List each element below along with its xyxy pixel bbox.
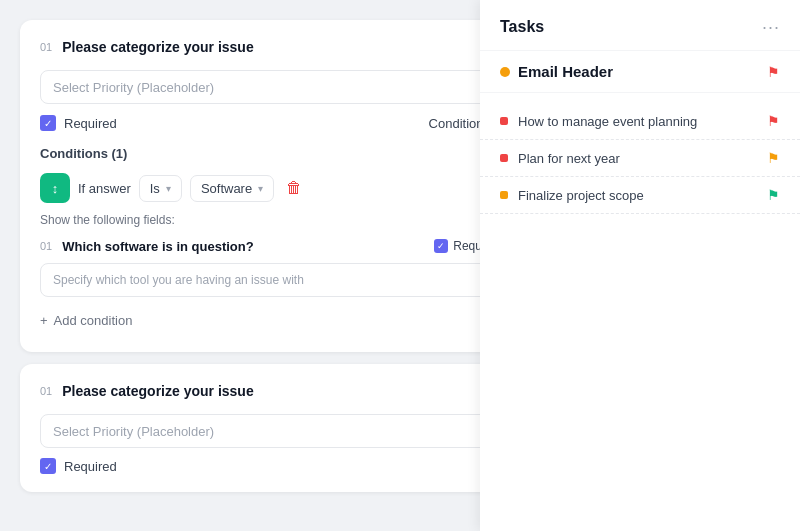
sub-step-badge: 01 bbox=[40, 240, 52, 252]
task-1-flag[interactable]: ⚑ bbox=[767, 113, 780, 129]
card-1-header-left: 01 Please categorize your issue bbox=[40, 39, 254, 55]
add-condition-label: Add condition bbox=[54, 313, 133, 328]
step-badge-2: 01 bbox=[40, 385, 52, 397]
priority-placeholder-2: Select Priority (Placeholder) bbox=[53, 424, 214, 439]
card-1: 01 Please categorize your issue ··· Sele… bbox=[20, 20, 550, 352]
task-list: How to manage event planning ⚑ Plan for … bbox=[480, 93, 800, 224]
task-3-text: Finalize project scope bbox=[518, 188, 644, 203]
email-header-row: Email Header ⚑ bbox=[500, 63, 780, 80]
task-3-dot bbox=[500, 191, 508, 199]
card-2-header-left: 01 Please categorize your issue bbox=[40, 383, 254, 399]
plus-icon: + bbox=[40, 313, 48, 328]
software-dropdown[interactable]: Software ▾ bbox=[190, 175, 274, 202]
required-checkbox-2[interactable]: ✓ bbox=[40, 458, 56, 474]
task-3-flag[interactable]: ⚑ bbox=[767, 187, 780, 203]
sub-field-title: Which software is in question? bbox=[62, 239, 424, 254]
task-2-dot bbox=[500, 154, 508, 162]
required-label-2: Required bbox=[64, 459, 117, 474]
required-checkbox[interactable]: ✓ bbox=[40, 115, 56, 131]
show-fields-label: Show the following fields: bbox=[40, 213, 530, 227]
priority-placeholder: Select Priority (Placeholder) bbox=[53, 80, 214, 95]
tasks-panel: Tasks ··· Email Header ⚑ How to manage e… bbox=[480, 0, 800, 531]
task-1-dot bbox=[500, 117, 508, 125]
email-flag-icon[interactable]: ⚑ bbox=[767, 64, 780, 80]
email-header-section: Email Header ⚑ bbox=[480, 51, 800, 93]
card-2-title: Please categorize your issue bbox=[62, 383, 253, 399]
condition-row: ↕ If answer Is ▾ Software ▾ 🗑 bbox=[40, 173, 530, 203]
condition-sort-icon: ↕ bbox=[40, 173, 70, 203]
sub-field-input[interactable]: Specify which tool you are having an iss… bbox=[40, 263, 530, 297]
card-2-header: 01 Please categorize your issue ··· bbox=[40, 382, 530, 400]
card-2: 01 Please categorize your issue ··· Sele… bbox=[20, 364, 550, 492]
task-1-text: How to manage event planning bbox=[518, 114, 697, 129]
checkmark-icon-2: ✓ bbox=[44, 461, 52, 472]
sub-placeholder: Specify which tool you are having an iss… bbox=[53, 273, 304, 287]
tasks-header: Tasks ··· bbox=[480, 0, 800, 51]
task-item-3[interactable]: Finalize project scope ⚑ bbox=[480, 177, 800, 214]
email-dot-icon bbox=[500, 67, 510, 77]
chevron-icon: ▾ bbox=[166, 183, 171, 194]
required-left: ✓ Required bbox=[40, 115, 117, 131]
conditions-section: Conditions (1) ↕ If answer Is ▾ Software… bbox=[40, 146, 530, 334]
tasks-dots[interactable]: ··· bbox=[762, 18, 780, 36]
task-item-1[interactable]: How to manage event planning ⚑ bbox=[480, 103, 800, 140]
task-item-3-left: Finalize project scope bbox=[500, 188, 644, 203]
task-item-2[interactable]: Plan for next year ⚑ bbox=[480, 140, 800, 177]
task-2-flag[interactable]: ⚑ bbox=[767, 150, 780, 166]
if-answer-text: If answer bbox=[78, 181, 131, 196]
email-header-left: Email Header bbox=[500, 63, 613, 80]
sub-field-row: 01 Which software is in question? ✓ Requ… bbox=[40, 237, 530, 255]
card-1-title: Please categorize your issue bbox=[62, 39, 253, 55]
priority-input-2[interactable]: Select Priority (Placeholder) ✎ bbox=[40, 414, 530, 448]
checkmark-icon: ✓ bbox=[44, 118, 52, 129]
card-1-header: 01 Please categorize your issue ··· bbox=[40, 38, 530, 56]
is-dropdown[interactable]: Is ▾ bbox=[139, 175, 182, 202]
tasks-title: Tasks bbox=[500, 18, 544, 36]
required-row-2: ✓ Required bbox=[40, 458, 530, 474]
conditions-title: Conditions (1) bbox=[40, 146, 530, 161]
task-2-text: Plan for next year bbox=[518, 151, 620, 166]
chevron-icon-2: ▾ bbox=[258, 183, 263, 194]
email-header-title: Email Header bbox=[518, 63, 613, 80]
delete-condition-btn[interactable]: 🗑 bbox=[282, 175, 306, 201]
add-condition-btn[interactable]: + Add condition bbox=[40, 307, 530, 334]
task-item-1-left: How to manage event planning bbox=[500, 114, 697, 129]
priority-input[interactable]: Select Priority (Placeholder) ✎ bbox=[40, 70, 530, 104]
required-label: Required bbox=[64, 116, 117, 131]
sub-required-check[interactable]: ✓ bbox=[434, 239, 448, 253]
step-badge-1: 01 bbox=[40, 41, 52, 53]
required-row: ✓ Required Conditions bbox=[40, 114, 530, 132]
required-left-2: ✓ Required bbox=[40, 458, 117, 474]
task-item-2-left: Plan for next year bbox=[500, 151, 620, 166]
